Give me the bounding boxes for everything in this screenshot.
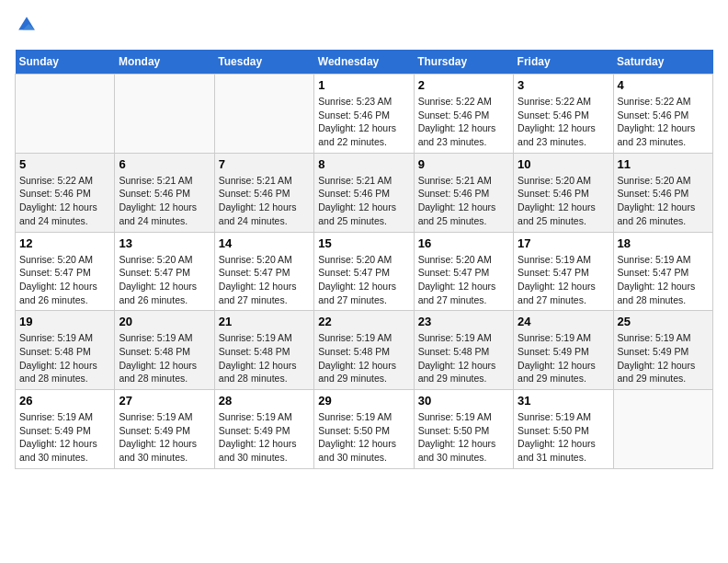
calendar-cell: 9Sunrise: 5:21 AM Sunset: 5:46 PM Daylig… (414, 153, 513, 232)
calendar-cell: 31Sunrise: 5:19 AM Sunset: 5:50 PM Dayli… (514, 390, 613, 469)
cell-date-number: 4 (618, 78, 709, 92)
calendar-cell: 23Sunrise: 5:19 AM Sunset: 5:48 PM Dayli… (414, 311, 513, 390)
cell-date-number: 3 (518, 78, 609, 92)
cell-info-text: Sunrise: 5:21 AM Sunset: 5:46 PM Dayligh… (418, 174, 509, 228)
cell-info-text: Sunrise: 5:19 AM Sunset: 5:50 PM Dayligh… (418, 410, 509, 465)
cell-info-text: Sunrise: 5:20 AM Sunset: 5:47 PM Dayligh… (19, 253, 110, 307)
cell-date-number: 22 (318, 315, 409, 328)
cell-info-text: Sunrise: 5:19 AM Sunset: 5:49 PM Dayligh… (518, 331, 609, 385)
cell-date-number: 17 (518, 236, 609, 250)
logo-icon (17, 15, 37, 35)
header-day-wednesday: Wednesday (314, 50, 414, 75)
cell-date-number: 9 (418, 157, 509, 171)
cell-info-text: Sunrise: 5:20 AM Sunset: 5:47 PM Dayligh… (418, 253, 509, 307)
page-header (15, 15, 713, 39)
cell-info-text: Sunrise: 5:20 AM Sunset: 5:47 PM Dayligh… (219, 253, 310, 307)
cell-info-text: Sunrise: 5:22 AM Sunset: 5:46 PM Dayligh… (618, 95, 709, 149)
cell-info-text: Sunrise: 5:23 AM Sunset: 5:46 PM Dayligh… (318, 95, 409, 149)
cell-info-text: Sunrise: 5:20 AM Sunset: 5:47 PM Dayligh… (318, 253, 409, 307)
calendar-cell: 18Sunrise: 5:19 AM Sunset: 5:47 PM Dayli… (613, 232, 712, 311)
calendar-cell: 22Sunrise: 5:19 AM Sunset: 5:48 PM Dayli… (314, 311, 414, 390)
cell-date-number: 15 (318, 236, 409, 250)
cell-info-text: Sunrise: 5:22 AM Sunset: 5:46 PM Dayligh… (19, 174, 110, 228)
calendar-cell: 7Sunrise: 5:21 AM Sunset: 5:46 PM Daylig… (214, 153, 313, 232)
cell-date-number: 2 (418, 78, 509, 92)
logo (15, 15, 37, 39)
cell-info-text: Sunrise: 5:20 AM Sunset: 5:46 PM Dayligh… (618, 174, 709, 228)
cell-date-number: 30 (418, 394, 509, 408)
cell-date-number: 10 (518, 157, 609, 171)
calendar-cell: 12Sunrise: 5:20 AM Sunset: 5:47 PM Dayli… (16, 232, 115, 311)
calendar-cell: 8Sunrise: 5:21 AM Sunset: 5:46 PM Daylig… (314, 153, 414, 232)
calendar-week-3: 12Sunrise: 5:20 AM Sunset: 5:47 PM Dayli… (16, 232, 713, 311)
cell-info-text: Sunrise: 5:22 AM Sunset: 5:46 PM Dayligh… (418, 95, 509, 149)
cell-info-text: Sunrise: 5:19 AM Sunset: 5:48 PM Dayligh… (418, 331, 509, 385)
calendar-cell: 10Sunrise: 5:20 AM Sunset: 5:46 PM Dayli… (514, 153, 613, 232)
calendar-week-1: 1Sunrise: 5:23 AM Sunset: 5:46 PM Daylig… (16, 75, 713, 154)
cell-info-text: Sunrise: 5:19 AM Sunset: 5:50 PM Dayligh… (518, 410, 609, 465)
calendar-cell: 28Sunrise: 5:19 AM Sunset: 5:49 PM Dayli… (214, 390, 313, 469)
calendar-cell: 19Sunrise: 5:19 AM Sunset: 5:48 PM Dayli… (16, 311, 115, 390)
calendar-week-4: 19Sunrise: 5:19 AM Sunset: 5:48 PM Dayli… (16, 311, 713, 390)
calendar-cell: 6Sunrise: 5:21 AM Sunset: 5:46 PM Daylig… (115, 153, 214, 232)
header-day-sunday: Sunday (16, 50, 115, 75)
cell-info-text: Sunrise: 5:19 AM Sunset: 5:48 PM Dayligh… (219, 331, 310, 385)
calendar-header-row: SundayMondayTuesdayWednesdayThursdayFrid… (16, 50, 713, 75)
calendar-week-2: 5Sunrise: 5:22 AM Sunset: 5:46 PM Daylig… (16, 153, 713, 232)
cell-date-number: 27 (119, 394, 210, 408)
calendar-cell: 11Sunrise: 5:20 AM Sunset: 5:46 PM Dayli… (613, 153, 712, 232)
calendar-cell (16, 75, 115, 154)
cell-info-text: Sunrise: 5:19 AM Sunset: 5:48 PM Dayligh… (318, 331, 409, 385)
cell-info-text: Sunrise: 5:19 AM Sunset: 5:50 PM Dayligh… (318, 410, 409, 465)
calendar-cell: 15Sunrise: 5:20 AM Sunset: 5:47 PM Dayli… (314, 232, 414, 311)
cell-info-text: Sunrise: 5:19 AM Sunset: 5:49 PM Dayligh… (219, 410, 310, 465)
calendar-cell: 26Sunrise: 5:19 AM Sunset: 5:49 PM Dayli… (16, 390, 115, 469)
cell-info-text: Sunrise: 5:20 AM Sunset: 5:47 PM Dayligh… (119, 253, 210, 307)
cell-date-number: 18 (618, 236, 709, 250)
cell-date-number: 28 (219, 394, 310, 408)
cell-info-text: Sunrise: 5:22 AM Sunset: 5:46 PM Dayligh… (518, 95, 609, 149)
cell-info-text: Sunrise: 5:19 AM Sunset: 5:47 PM Dayligh… (518, 253, 609, 307)
calendar-cell: 14Sunrise: 5:20 AM Sunset: 5:47 PM Dayli… (214, 232, 313, 311)
calendar-cell (115, 75, 214, 154)
cell-date-number: 12 (19, 236, 110, 250)
calendar-cell: 1Sunrise: 5:23 AM Sunset: 5:46 PM Daylig… (314, 75, 414, 154)
cell-info-text: Sunrise: 5:21 AM Sunset: 5:46 PM Dayligh… (119, 174, 210, 228)
cell-info-text: Sunrise: 5:19 AM Sunset: 5:48 PM Dayligh… (19, 331, 110, 385)
calendar-cell (613, 390, 712, 469)
calendar-cell: 21Sunrise: 5:19 AM Sunset: 5:48 PM Dayli… (214, 311, 313, 390)
calendar-cell: 17Sunrise: 5:19 AM Sunset: 5:47 PM Dayli… (514, 232, 613, 311)
calendar-body: 1Sunrise: 5:23 AM Sunset: 5:46 PM Daylig… (16, 75, 713, 469)
cell-date-number: 11 (618, 157, 709, 171)
calendar-cell (214, 75, 313, 154)
header-day-monday: Monday (115, 50, 214, 75)
calendar-cell: 3Sunrise: 5:22 AM Sunset: 5:46 PM Daylig… (514, 75, 613, 154)
calendar-cell: 20Sunrise: 5:19 AM Sunset: 5:48 PM Dayli… (115, 311, 214, 390)
cell-info-text: Sunrise: 5:19 AM Sunset: 5:47 PM Dayligh… (618, 253, 709, 307)
cell-date-number: 26 (19, 394, 110, 408)
cell-info-text: Sunrise: 5:19 AM Sunset: 5:49 PM Dayligh… (19, 410, 110, 465)
cell-date-number: 20 (119, 315, 210, 328)
calendar-cell: 5Sunrise: 5:22 AM Sunset: 5:46 PM Daylig… (16, 153, 115, 232)
cell-date-number: 25 (618, 315, 709, 328)
cell-date-number: 13 (119, 236, 210, 250)
cell-date-number: 6 (119, 157, 210, 171)
cell-date-number: 16 (418, 236, 509, 250)
cell-info-text: Sunrise: 5:21 AM Sunset: 5:46 PM Dayligh… (318, 174, 409, 228)
calendar-cell: 13Sunrise: 5:20 AM Sunset: 5:47 PM Dayli… (115, 232, 214, 311)
cell-info-text: Sunrise: 5:19 AM Sunset: 5:49 PM Dayligh… (119, 410, 210, 465)
cell-date-number: 7 (219, 157, 310, 171)
header-day-thursday: Thursday (414, 50, 513, 75)
cell-date-number: 1 (318, 78, 409, 92)
header-day-tuesday: Tuesday (214, 50, 313, 75)
cell-date-number: 14 (219, 236, 310, 250)
calendar-table: SundayMondayTuesdayWednesdayThursdayFrid… (15, 50, 713, 469)
cell-date-number: 8 (318, 157, 409, 171)
cell-date-number: 19 (19, 315, 110, 328)
cell-date-number: 23 (418, 315, 509, 328)
cell-info-text: Sunrise: 5:19 AM Sunset: 5:48 PM Dayligh… (119, 331, 210, 385)
calendar-cell: 30Sunrise: 5:19 AM Sunset: 5:50 PM Dayli… (414, 390, 513, 469)
cell-date-number: 24 (518, 315, 609, 328)
header-day-saturday: Saturday (613, 50, 712, 75)
cell-date-number: 21 (219, 315, 310, 328)
